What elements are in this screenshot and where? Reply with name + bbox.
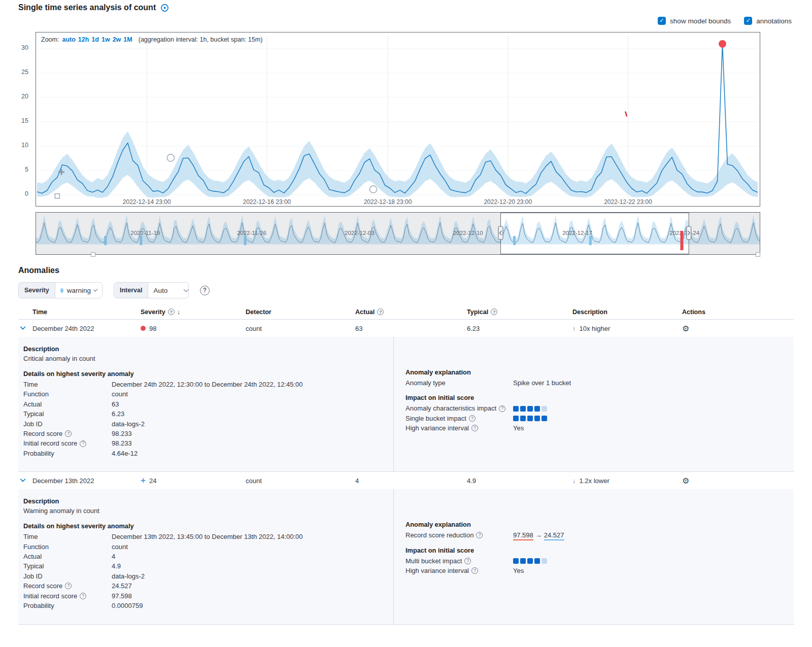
page-title-text: Single time series analysis of count [18,3,156,12]
high-variance-row: High variance interval Yes [405,423,794,433]
interval-filter-label: Interval [114,283,148,298]
impact-row: Multi bucket impact [405,556,794,566]
single-metric-viewer-page: Single time series analysis of count sho… [0,0,812,647]
help-icon [464,558,471,564]
anomaly-description: 1.2x lower [580,477,610,485]
warning-multibucket-plus-icon: + [141,478,146,483]
impact-squares [513,416,547,421]
sort-descending-icon[interactable] [177,308,181,316]
chevron-down-icon [19,476,26,484]
detail-row: Initial record score98.233 [23,438,383,448]
context-chart-brush[interactable]: 2022-11-192022-11-262022-12-032022-12-10… [36,213,760,254]
typical-value: 4.9 [467,477,572,485]
up-arrow-icon: ↑ [572,325,576,332]
resize-handle-right[interactable] [756,252,760,257]
anomaly-time: December 24th 2022 [32,325,141,332]
svg-text:2022-12-22 23:00: 2022-12-22 23:00 [604,198,652,206]
detail-row: Functioncount [23,542,383,552]
anomaly-details-panel: Description Critical anomaly in count De… [18,337,794,472]
detail-value: December 24th 2022, 12:30:00 to December… [112,380,303,389]
explanation-heading: Anomaly explanation [405,521,794,528]
zoom-1d-link[interactable]: 1d [91,36,99,43]
col-time: Time [32,309,141,316]
details-heading: Details on highest severity anomaly [23,522,383,530]
detail-value: count [112,542,128,552]
svg-text:2022-12-20 23:00: 2022-12-20 23:00 [484,198,532,206]
anomaly-description: 10x higher [580,325,611,332]
impact-row: Single bucket impact [405,414,794,423]
zoom-2w-link[interactable]: 2w [113,36,121,43]
help-icon [168,309,175,315]
controls-icon[interactable] [160,4,169,12]
detail-value: 98.233 [112,438,132,448]
impact-heading: Impact on initial score [405,547,794,554]
y-axis-tick: 10 [13,142,28,149]
interval-help-icon[interactable] [200,286,210,295]
help-icon [491,309,497,315]
annotations-checkbox[interactable]: annotations [744,17,792,25]
detail-value: data-logs-2 [112,419,145,429]
impact-squares [513,406,547,412]
zoom-auto-link[interactable]: auto [62,36,75,43]
detail-row: Record score98.233 [23,429,383,438]
detail-row: Typical4.9 [23,561,383,571]
chart-toggles: show model bounds annotations [658,17,792,25]
col-detector: Detector [246,309,355,316]
svg-text:2022-12-16 23:00: 2022-12-16 23:00 [243,198,291,206]
help-icon [499,405,505,412]
svg-text:2022-12-18 23:00: 2022-12-18 23:00 [364,198,412,206]
initial-score-value: 97.598 [513,531,533,540]
help-icon [65,583,72,589]
actual-value: 4 [355,477,467,485]
detail-row: Record score24.527 [23,581,383,591]
severity-filter[interactable]: Severity warning [18,282,103,298]
high-variance-row: High variance interval Yes [405,566,794,575]
detail-fields: TimeDecember 13th 2022, 13:45:00 to Dece… [23,532,383,610]
zoom-12h-link[interactable]: 12h [78,36,89,43]
help-icon [65,430,72,437]
collapse-row-button[interactable] [18,324,26,333]
focus-chart-container: Zoom:auto12h1d1w2w1M(aggregation interva… [36,32,760,207]
severity-filter-label: Severity [19,283,55,298]
actions-gear-button[interactable] [682,476,689,486]
resize-handle-left[interactable] [91,252,95,257]
context-chart-container: 2022-11-192022-11-262022-12-032022-12-10… [36,212,760,255]
zoom-1M-link[interactable]: 1M [123,36,132,43]
warning-severity-dot-icon [60,288,63,293]
impact-squares [513,558,547,564]
interval-filter[interactable]: Interval Auto [114,282,189,298]
detail-value: data-logs-2 [112,571,145,581]
svg-text:2022-12-14 23:00: 2022-12-14 23:00 [123,198,171,206]
y-axis-tick: 30 [13,44,28,51]
description-text: Critical anomaly in count [23,355,383,362]
col-severity[interactable]: Severity [141,308,246,316]
detail-value: count [112,389,128,399]
y-axis-tick: 25 [13,69,28,76]
col-actions: Actions [676,309,794,316]
severity-filter-value: warning [67,287,91,294]
collapse-row-button[interactable] [18,476,26,485]
col-description: Description [572,309,676,316]
severity-score: 98 [149,325,156,332]
chevron-down-icon [19,324,26,331]
arrow-right-icon: → [535,531,542,539]
page-title: Single time series analysis of count [18,3,169,12]
zoom-1w-link[interactable]: 1w [101,36,110,43]
chevron-down-icon [184,287,189,292]
interval-filter-value: Auto [153,287,167,294]
aggregation-note: (aggregation interval: 1h, bucket span: … [139,36,263,43]
reduced-score-value: 24.527 [544,531,564,540]
show-model-bounds-checkbox[interactable]: show model bounds [658,17,731,25]
focus-chart[interactable]: 2022-12-14 23:002022-12-16 23:002022-12-… [36,32,760,206]
down-arrow-icon: ↓ [572,477,576,485]
anomaly-row[interactable]: December 24th 2022 98 count 63 6.23 ↑10x… [18,320,794,337]
detail-value: 4 [112,552,115,561]
detail-value: 97.598 [112,591,132,601]
impact-row: Anomaly characteristics impact [405,403,794,413]
detail-row: Actual63 [23,399,383,409]
actions-gear-button[interactable] [682,324,689,333]
anomaly-row[interactable]: December 13th 2022 +24 count 4 4.9 ↓1.2x… [18,472,794,489]
explanation-heading: Anomaly explanation [405,368,794,376]
detail-value: 4.64e-12 [112,449,138,458]
detail-value: 6.23 [112,409,124,419]
